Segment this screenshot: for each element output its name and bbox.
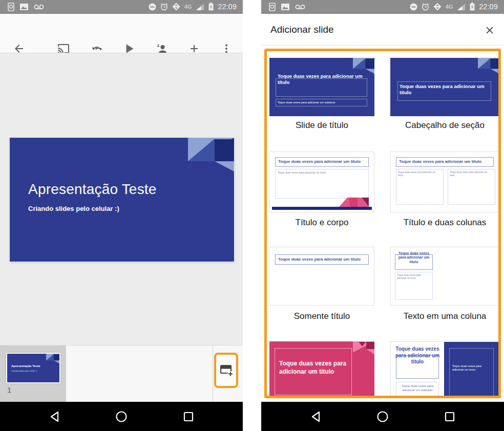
title-placeholder-text: Toque duas vezes para adicionar um títul… [399, 159, 493, 164]
clock-label: 22:09 [218, 3, 237, 11]
photo-notification-icon [281, 4, 289, 10]
android-nav-bar [0, 402, 243, 431]
phone-notification-icon [8, 3, 14, 11]
template-pink-title-slide[interactable]: Toque duas vezes para adicionar um títul… [269, 341, 374, 398]
column-two-text: Toque duas vezes para adicionar um texto [450, 171, 493, 177]
editor-screen: 4G 22:09 [0, 0, 243, 431]
template-corner-decoration [478, 58, 499, 74]
subtitle-placeholder-text: Toque duas vezes para adicionar um subtí… [278, 101, 366, 104]
network-type-label: 4G [446, 4, 453, 10]
bottom-bar-deco [272, 207, 372, 210]
clock-label: 22:09 [479, 3, 498, 11]
android-nav-bar [261, 402, 504, 431]
signal-strength-icon [457, 3, 466, 11]
editor-toolbar [0, 14, 243, 53]
column-one-text: Toque duas vezes para adicionar um texto [398, 171, 441, 177]
dialog-header: Adicionar slide [261, 14, 504, 46]
data-traffic-icon [172, 3, 180, 11]
current-slide[interactable]: Apresentação Teste Criando slides pelo c… [10, 138, 234, 262]
title-placeholder-text: Toque duas vezes para adicionar um títul… [278, 257, 368, 262]
status-bar-left [261, 3, 305, 11]
template-one-column-text[interactable]: Toque duas vezes para adicionar um títul… [390, 247, 499, 306]
pink-deco [339, 196, 372, 207]
template-label: Título e duas colunas [390, 218, 499, 228]
data-traffic-icon [433, 3, 442, 11]
slide-number-label: 1 [7, 385, 11, 394]
slide-canvas: Apresentação Teste Criando slides pelo c… [0, 53, 243, 345]
template-label: Cabeçalho de seção [390, 120, 499, 131]
close-button[interactable] [484, 24, 496, 36]
add-slide-icon [219, 363, 234, 377]
slide-thumbnail[interactable]: Apresentação Teste Criando slides pelo c… [6, 353, 60, 383]
nav-home-button[interactable] [376, 411, 389, 423]
do-not-disturb-icon [410, 3, 417, 11]
thumbnail-subtitle-text: Criando slides pelo celular :) [11, 370, 37, 372]
battery-charging-icon [470, 3, 475, 11]
network-type-label: 4G [184, 4, 192, 10]
template-label: Slide de título [269, 120, 374, 131]
text-panel: Toque duas vezes para adicionar um texto [444, 342, 499, 398]
template-section-header[interactable]: Toque duas vezes para adicionar um títul… [390, 58, 499, 116]
add-slide-dialog-screen: 4G 22:09 Adicionar slide Toqu [261, 0, 504, 431]
nav-recents-button[interactable] [444, 411, 456, 423]
text-placeholder-box [449, 348, 494, 397]
nav-back-button[interactable] [310, 411, 322, 423]
status-bar-right: 4G 22:09 [410, 3, 504, 11]
title-placeholder-text: Toque duas vezes para adicionar um títul… [397, 251, 431, 264]
thumbnail-title-text: Apresentação Teste [11, 364, 40, 368]
thumbnail-corner-decoration [46, 354, 59, 363]
filmstrip: Apresentação Teste Criando slides pelo c… [0, 345, 243, 402]
template-corner-decoration [353, 341, 374, 357]
voicemail-notification-icon [34, 4, 44, 10]
title-placeholder-text: Toque duas vezes para adicionar um títul… [278, 159, 368, 164]
add-slide-button[interactable] [214, 353, 238, 388]
filmstrip-selected-cell: Apresentação Teste Criando slides pelo c… [0, 346, 66, 402]
voicemail-notification-icon [295, 4, 305, 10]
signal-strength-icon [196, 3, 204, 11]
do-not-disturb-icon [149, 3, 156, 11]
slide-corner-decoration [188, 138, 234, 171]
screenshot-stage: 4G 22:09 [0, 0, 504, 431]
status-bar: 4G 22:09 [0, 0, 243, 14]
nav-recents-button[interactable] [182, 411, 195, 423]
close-icon [484, 25, 495, 36]
slide-title-text: Apresentação Teste [28, 181, 157, 198]
template-title-only[interactable]: Toque duas vezes para adicionar um títul… [269, 247, 374, 306]
text-placeholder-text: Toque duas vezes para adicionar um texto [452, 364, 492, 371]
body-placeholder-text: Toque duas vezes para adicionar um texto [278, 171, 359, 175]
alarm-icon [422, 3, 429, 11]
template-split-title-text[interactable]: Toque duas vezes para adicionar um títul… [390, 341, 499, 398]
template-corner-decoration [353, 58, 374, 74]
template-title-two-columns[interactable]: Toque duas vezes para adicionar um títul… [390, 152, 499, 212]
photo-notification-icon [20, 4, 28, 10]
column-text: Toque duas vezes para adicionar um texto [397, 274, 431, 280]
title-placeholder-text: Toque duas vezes para adicionar um títul… [278, 73, 366, 85]
nav-back-button[interactable] [49, 411, 61, 423]
template-label: Texto em uma coluna [390, 311, 499, 321]
template-label: Somente título [269, 311, 374, 321]
subtitle-placeholder-text: Toque duas vezes para adicionar um subtí… [398, 384, 437, 393]
nav-home-button[interactable] [115, 411, 128, 423]
battery-charging-icon [208, 3, 214, 11]
slide-subtitle-text: Criando slides pelo celular :) [28, 205, 119, 212]
annotation-highlight-frame: Toque duas vezes para adicionar um títul… [264, 49, 501, 398]
title-placeholder-text: Toque duas vezes para adicionar um títul… [279, 360, 348, 376]
status-bar-left [0, 3, 44, 11]
status-bar-right: 4G 22:09 [149, 3, 243, 11]
template-label: Título e corpo [269, 218, 374, 228]
dialog-title: Adicionar slide [270, 24, 334, 35]
status-bar: 4G 22:09 [261, 0, 504, 14]
title-placeholder-text: Toque duas vezes para adicionar um títul… [394, 346, 441, 365]
template-title-slide[interactable]: Toque duas vezes para adicionar um títul… [269, 58, 374, 116]
title-placeholder-text: Toque duas vezes para adicionar um títul… [400, 83, 490, 95]
template-title-body[interactable]: Toque duas vezes para adicionar um títul… [269, 152, 374, 212]
phone-notification-icon [269, 3, 276, 11]
alarm-icon [160, 3, 168, 11]
